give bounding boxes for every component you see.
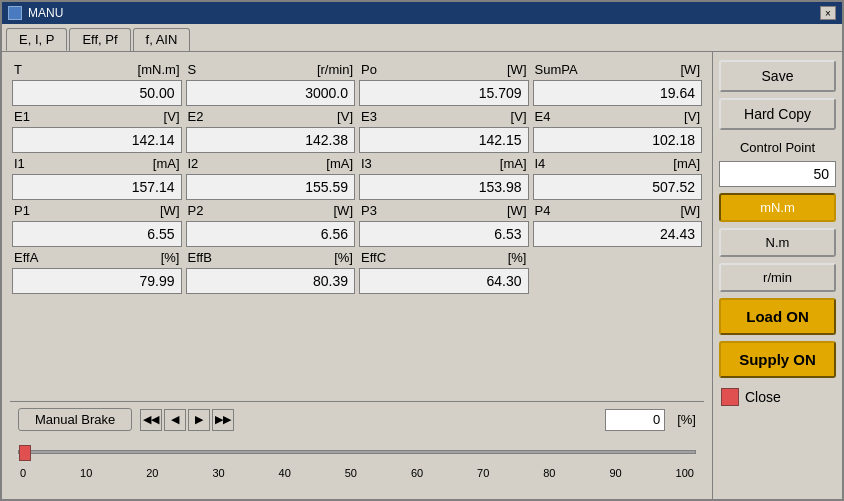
cell-S: S [r/min] 3000.0 — [184, 60, 358, 107]
cell-P4-label: P4 [W] — [531, 201, 705, 220]
brake-row: Manual Brake ◀◀ ◀ ▶ ▶▶ 0 [%] — [18, 408, 696, 431]
cell-E1-label: E1 [V] — [10, 107, 184, 126]
slider-thumb[interactable] — [19, 445, 31, 461]
cell-I3: I3 [mA] 153.98 — [357, 154, 531, 201]
cell-E4-label: E4 [V] — [531, 107, 705, 126]
slider-labels: 0 10 20 30 40 50 60 70 80 90 100 — [18, 467, 696, 479]
cell-S-label: S [r/min] — [184, 60, 358, 79]
hard-copy-button[interactable]: Hard Copy — [719, 98, 836, 130]
cell-I2-value: 155.59 — [186, 174, 356, 200]
cell-E2: E2 [V] 142.38 — [184, 107, 358, 154]
cell-EffB-label: EffB [%] — [184, 248, 358, 267]
cell-T-value: 50.00 — [12, 80, 182, 106]
slider-track[interactable] — [18, 450, 696, 454]
cell-P1: P1 [W] 6.55 — [10, 201, 184, 248]
cell-EffA-label: EffA [%] — [10, 248, 184, 267]
nav-last-button[interactable]: ▶▶ — [212, 409, 234, 431]
window-close-button[interactable]: × — [820, 6, 836, 20]
data-grid: T [mN.m] 50.00 S [r/min] 3000.0 — [10, 60, 704, 399]
tab-fain[interactable]: f, AIN — [133, 28, 191, 51]
window-title: MANU — [28, 6, 63, 20]
cell-E4: E4 [V] 102.18 — [531, 107, 705, 154]
cell-EffA-value: 79.99 — [12, 268, 182, 294]
cell-I1-label: I1 [mA] — [10, 154, 184, 173]
slider-label-80: 80 — [543, 467, 555, 479]
slider-label-100: 100 — [676, 467, 694, 479]
nav-prev-button[interactable]: ◀ — [164, 409, 186, 431]
slider-label-70: 70 — [477, 467, 489, 479]
cell-E2-label: E2 [V] — [184, 107, 358, 126]
close-row: Close — [719, 384, 836, 410]
nav-next-button[interactable]: ▶ — [188, 409, 210, 431]
cell-I2: I2 [mA] 155.59 — [184, 154, 358, 201]
cell-P2: P2 [W] 6.56 — [184, 201, 358, 248]
cell-SumPA-value: 19.64 — [533, 80, 703, 106]
slider-label-10: 10 — [80, 467, 92, 479]
cell-T: T [mN.m] 50.00 — [10, 60, 184, 107]
cell-P1-value: 6.55 — [12, 221, 182, 247]
cell-I3-value: 153.98 — [359, 174, 529, 200]
cell-EffC-value: 64.30 — [359, 268, 529, 294]
content-area: T [mN.m] 50.00 S [r/min] 3000.0 — [2, 51, 842, 499]
unit-mNm-button[interactable]: mN.m — [719, 193, 836, 222]
grid-row-3: I1 [mA] 157.14 I2 [mA] 155.59 — [10, 154, 704, 201]
cell-P2-value: 6.56 — [186, 221, 356, 247]
percent-label: [%] — [677, 412, 696, 427]
cell-SumPA: SumPA [W] 19.64 — [531, 60, 705, 107]
unit-rmin-button[interactable]: r/min — [719, 263, 836, 292]
cell-Po-value: 15.709 — [359, 80, 529, 106]
cell-P3-label: P3 [W] — [357, 201, 531, 220]
cell-P1-label: P1 [W] — [10, 201, 184, 220]
cell-Po: Po [W] 15.709 — [357, 60, 531, 107]
slider-label-40: 40 — [279, 467, 291, 479]
control-point-label: Control Point — [719, 140, 836, 155]
tab-effpf[interactable]: Eff, Pf — [69, 28, 130, 51]
cell-I1-value: 157.14 — [12, 174, 182, 200]
cell-SumPA-label: SumPA [W] — [531, 60, 705, 79]
cell-I4-value: 507.52 — [533, 174, 703, 200]
bottom-panel: Manual Brake ◀◀ ◀ ▶ ▶▶ 0 [%] — [10, 401, 704, 491]
save-button[interactable]: Save — [719, 60, 836, 92]
cell-I3-label: I3 [mA] — [357, 154, 531, 173]
slider-label-90: 90 — [609, 467, 621, 479]
cell-I4-label: I4 [mA] — [531, 154, 705, 173]
cell-P3-value: 6.53 — [359, 221, 529, 247]
right-panel: Save Hard Copy Control Point 50 mN.m N.m… — [712, 52, 842, 499]
cell-EffC-label: EffC [%] — [357, 248, 531, 267]
slider-label-30: 30 — [212, 467, 224, 479]
cell-E1: E1 [V] 142.14 — [10, 107, 184, 154]
cell-E3: E3 [V] 142.15 — [357, 107, 531, 154]
slider-label-0: 0 — [20, 467, 26, 479]
supply-on-button[interactable]: Supply ON — [719, 341, 836, 378]
main-data-panel: T [mN.m] 50.00 S [r/min] 3000.0 — [2, 52, 712, 499]
cell-EffA: EffA [%] 79.99 — [10, 248, 184, 295]
slider-label-50: 50 — [345, 467, 357, 479]
percent-display: 0 — [605, 409, 665, 431]
nav-first-button[interactable]: ◀◀ — [140, 409, 162, 431]
cell-P2-label: P2 [W] — [184, 201, 358, 220]
control-point-value: 50 — [719, 161, 836, 187]
unit-Nm-button[interactable]: N.m — [719, 228, 836, 257]
grid-row-1: T [mN.m] 50.00 S [r/min] 3000.0 — [10, 60, 704, 107]
tab-eip[interactable]: E, I, P — [6, 28, 67, 51]
nav-buttons: ◀◀ ◀ ▶ ▶▶ — [140, 409, 234, 431]
cell-I2-label: I2 [mA] — [184, 154, 358, 173]
tab-bar: E, I, P Eff, Pf f, AIN — [2, 24, 842, 51]
manual-brake-button[interactable]: Manual Brake — [18, 408, 132, 431]
cell-EffC: EffC [%] 64.30 — [357, 248, 531, 295]
cell-I1: I1 [mA] 157.14 — [10, 154, 184, 201]
grid-row-5: EffA [%] 79.99 EffB [%] 80.39 — [10, 248, 704, 295]
load-on-button[interactable]: Load ON — [719, 298, 836, 335]
slider-label-60: 60 — [411, 467, 423, 479]
cell-E2-value: 142.38 — [186, 127, 356, 153]
app-icon — [8, 6, 22, 20]
close-button[interactable]: Close — [745, 389, 781, 405]
grid-row-2: E1 [V] 142.14 E2 [V] 142.38 — [10, 107, 704, 154]
cell-T-label: T [mN.m] — [10, 60, 184, 79]
cell-S-value: 3000.0 — [186, 80, 356, 106]
cell-P4-value: 24.43 — [533, 221, 703, 247]
cell-E4-value: 102.18 — [533, 127, 703, 153]
slider-container — [18, 437, 696, 467]
grid-row-4: P1 [W] 6.55 P2 [W] 6.56 — [10, 201, 704, 248]
cell-Po-label: Po [W] — [357, 60, 531, 79]
